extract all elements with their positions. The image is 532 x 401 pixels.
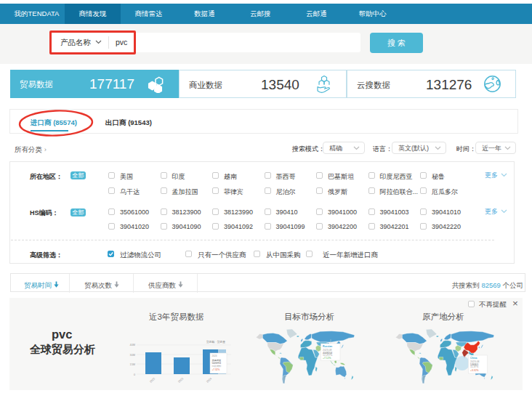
svg-text:+7.12%: +7.12% (323, 357, 331, 360)
svg-text:2022: 2022 (149, 377, 156, 384)
svg-text:+3.32%: +3.32% (470, 369, 479, 372)
svg-text:5426994: 5426994 (212, 362, 222, 365)
svg-text:2023: 2023 (177, 377, 184, 384)
svg-text:Russian: Russian (323, 345, 332, 348)
svg-text:同比增长:: 同比增长: (212, 365, 222, 368)
svg-text:0: 0 (134, 373, 135, 376)
svg-text:40M: 40M (130, 344, 135, 347)
svg-text:贸易额 · 贸易量: 贸易额 · 贸易量 (206, 340, 225, 344)
svg-text:2024: 2024 (206, 377, 212, 384)
svg-text:2024: 2024 (212, 355, 217, 357)
svg-text:15M: 15M (130, 363, 135, 366)
svg-text:贸易总量: 贸易总量 (212, 359, 222, 362)
svg-text:+7.32%: +7.32% (212, 368, 220, 371)
svg-text:30M: 30M (130, 354, 135, 357)
svg-text:China: China (470, 357, 477, 360)
svg-text:11,37%: 11,37% (470, 365, 478, 368)
svg-text:12,297%: 12,297% (323, 354, 332, 357)
